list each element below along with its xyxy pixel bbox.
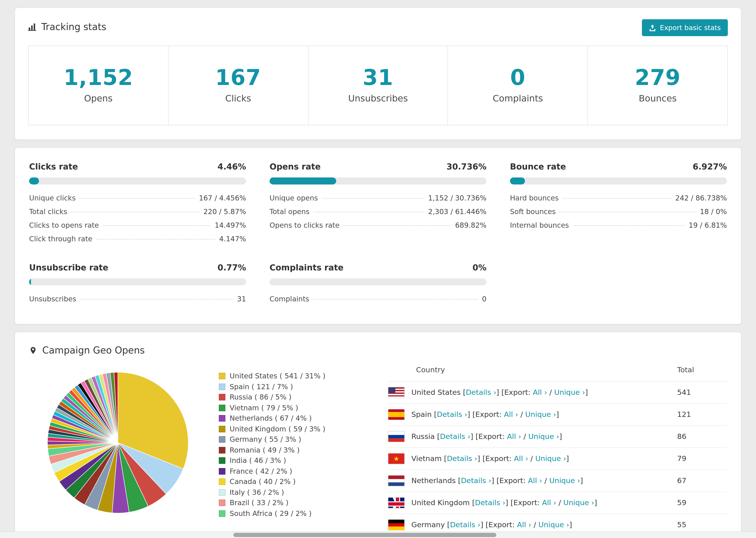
export-unique-link[interactable]: Unique › xyxy=(525,410,556,419)
country-name: Spain xyxy=(411,410,432,419)
rate-rows: Complaints 0 xyxy=(270,293,486,306)
details-link[interactable]: Details › xyxy=(447,455,477,463)
table-row: Russia [Details ›] [Export: All › / Uniq… xyxy=(388,425,727,447)
export-all-link[interactable]: All › xyxy=(533,388,547,397)
dotted-leader xyxy=(343,225,451,226)
rate-block: Complaints rate 0% Complaints 0 xyxy=(270,263,486,306)
rate-title: Unsubscribe rate xyxy=(29,263,108,272)
table-header: Country Total xyxy=(388,359,727,381)
legend-item[interactable]: United States ( 541 / 31% ) xyxy=(219,371,360,381)
slash-separator: / xyxy=(542,476,549,485)
bracket-close: ] xyxy=(477,455,480,463)
export-all-link[interactable]: All › xyxy=(528,476,542,485)
export-unique-link[interactable]: Unique › xyxy=(535,455,566,463)
geo-pie-chart[interactable] xyxy=(45,370,190,515)
stat-label: Complaints xyxy=(448,93,588,103)
stat-label: Clicks xyxy=(169,93,308,103)
export-all-link[interactable]: All › xyxy=(504,410,518,419)
legend-item[interactable]: Germany ( 55 / 3% ) xyxy=(219,434,360,445)
legend-item[interactable]: South Africa ( 29 / 2% ) xyxy=(219,508,360,519)
legend-item[interactable]: Canada ( 40 / 2% ) xyxy=(219,476,360,487)
export-unique-link[interactable]: Unique › xyxy=(554,388,585,397)
horizontal-scrollbar-track[interactable] xyxy=(0,531,756,538)
rate-title: Clicks rate xyxy=(29,162,78,171)
legend-swatch xyxy=(219,500,225,506)
country-links: Russia [Details ›] [Export: All › / Uniq… xyxy=(411,432,562,441)
legend-swatch xyxy=(219,468,225,475)
details-link[interactable]: Details › xyxy=(437,410,467,419)
details-link[interactable]: Details › xyxy=(466,388,496,397)
details-link[interactable]: Details › xyxy=(450,521,480,529)
legend-label: United Kingdom ( 59 / 3% ) xyxy=(230,425,325,433)
metric-row: Unsubscribes 31 xyxy=(29,293,246,306)
metric-label: Total opens xyxy=(270,205,309,219)
metric-row: Complaints 0 xyxy=(270,293,486,306)
flag-nl-icon xyxy=(388,475,405,486)
legend-swatch xyxy=(219,405,225,411)
export-unique-link[interactable]: Unique › xyxy=(528,432,559,441)
legend-item[interactable]: Vietnam ( 79 / 5% ) xyxy=(219,403,360,413)
export-basic-stats-button[interactable]: Export basic stats xyxy=(642,19,728,36)
stat-box: 167 Clicks xyxy=(168,45,308,125)
metric-value: 242 / 86.738% xyxy=(675,191,727,205)
metric-label: Soft bounces xyxy=(510,205,556,219)
legend-swatch xyxy=(219,415,225,422)
row-total: 55 xyxy=(677,521,722,529)
legend-swatch xyxy=(219,447,225,454)
slash-separator: / xyxy=(528,455,535,463)
legend-item[interactable]: United Kingdom ( 59 / 3% ) xyxy=(219,424,360,434)
legend-item[interactable]: Netherlands ( 67 / 4% ) xyxy=(219,413,360,424)
legend-swatch xyxy=(219,373,225,380)
bracket-close: ] xyxy=(467,410,470,419)
metric-row: Opens to clicks rate 689.82% xyxy=(270,219,486,232)
location-pin-icon xyxy=(29,346,37,355)
pie-legend: United States ( 541 / 31% ) Spain ( 121 … xyxy=(219,371,360,519)
page-title: Tracking stats xyxy=(41,21,106,32)
legend-item[interactable]: Brazil ( 33 / 2% ) xyxy=(219,498,360,508)
country-column-header: Country xyxy=(388,366,677,374)
row-total: 86 xyxy=(677,432,722,441)
country-name: Vietnam xyxy=(411,455,442,463)
legend-item[interactable]: Russia ( 86 / 5% ) xyxy=(219,392,360,403)
rate-value: 0.77% xyxy=(218,263,246,272)
flag-us-icon xyxy=(388,387,405,398)
flag-vn-icon xyxy=(388,453,405,464)
bracket-close: ] xyxy=(491,476,494,485)
export-all-link[interactable]: All › xyxy=(542,499,556,507)
rate-block: Bounce rate 6.927% Hard bounces 242 / 86… xyxy=(510,162,727,246)
metric-label: Internal bounces xyxy=(510,219,569,232)
legend-item[interactable]: Romania ( 49 / 3% ) xyxy=(219,445,360,456)
country-links: Spain [Details ›] [Export: All › / Uniqu… xyxy=(411,410,559,419)
export-unique-link[interactable]: Unique › xyxy=(549,476,580,485)
legend-item[interactable]: Spain ( 121 / 7% ) xyxy=(219,381,360,392)
legend-swatch xyxy=(219,510,225,517)
rate-rows: Unique clicks 167 / 4.456% Total clicks … xyxy=(29,191,246,246)
details-link[interactable]: Details › xyxy=(440,432,470,441)
legend-item[interactable]: India ( 46 / 3% ) xyxy=(219,456,360,466)
bar-chart-icon xyxy=(28,23,36,31)
export-all-link[interactable]: All › xyxy=(517,521,531,529)
rate-progress-fill xyxy=(29,178,39,185)
legend-item[interactable]: Italy ( 36 / 2% ) xyxy=(219,487,360,498)
metric-label: Unique opens xyxy=(270,191,318,205)
export-unique-link[interactable]: Unique › xyxy=(563,499,594,507)
export-all-link[interactable]: All › xyxy=(507,432,521,441)
horizontal-scrollbar-thumb[interactable] xyxy=(233,533,496,537)
rate-value: 4.46% xyxy=(218,162,246,171)
country-cell: Russia [Details ›] [Export: All › / Uniq… xyxy=(388,431,677,442)
legend-label: Vietnam ( 79 / 5% ) xyxy=(230,404,298,412)
details-link[interactable]: Details › xyxy=(461,476,491,485)
metric-value: 1,152 / 30.736% xyxy=(428,191,486,205)
stat-label: Opens xyxy=(28,93,168,103)
details-link[interactable]: Details › xyxy=(475,499,506,507)
metric-value: 2,303 / 61.446% xyxy=(428,205,486,219)
stat-box: 279 Bounces xyxy=(587,45,728,125)
bracket-open: [ xyxy=(432,410,437,419)
bracket-open: [ xyxy=(445,521,450,529)
export-unique-link[interactable]: Unique › xyxy=(538,521,569,529)
country-links: Germany [Details ›] [Export: All › / Uni… xyxy=(411,521,572,529)
dotted-leader xyxy=(103,225,211,226)
export-all-link[interactable]: All › xyxy=(514,455,528,463)
legend-item[interactable]: France ( 42 / 2% ) xyxy=(219,466,360,476)
country-cell: United States [Details ›] [Export: All ›… xyxy=(388,387,677,398)
